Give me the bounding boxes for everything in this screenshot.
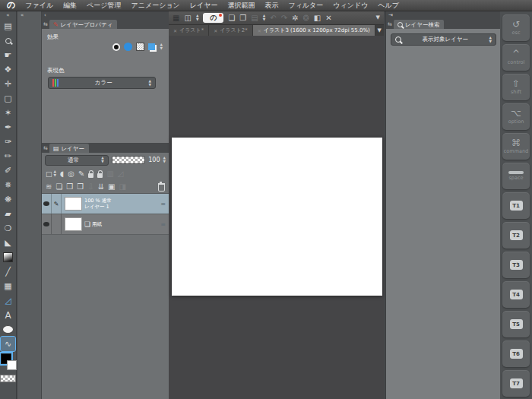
key-t4[interactable]: T4 <box>502 281 530 308</box>
tab-layer-search[interactable]: レイヤー検索 <box>394 20 445 29</box>
decoration-tool-icon[interactable]: ❋ <box>1 192 15 207</box>
layer-search-filter-select[interactable]: 表示対象レイヤー ▲▼ <box>391 33 496 46</box>
tab-layer-property[interactable]: ✎ レイヤープロパティ <box>49 20 118 29</box>
blend-mode-stepper-icon[interactable]: ▲▼ <box>101 157 103 163</box>
key-t6[interactable]: T6 <box>502 340 530 367</box>
background-color-swatch[interactable] <box>7 360 17 370</box>
lock-layer-icon[interactable] <box>88 170 93 178</box>
close-tab-icon[interactable]: ✕ <box>214 28 217 33</box>
blend-mode-select[interactable]: 通常 ▲▼ <box>45 155 109 166</box>
key-space[interactable]: space <box>502 163 530 189</box>
opacity-slider[interactable] <box>112 156 146 164</box>
tab-list-icon[interactable]: ▼ <box>375 27 384 33</box>
menu-item-9[interactable]: ヘルプ <box>378 1 399 11</box>
menu-item-0[interactable]: ファイル <box>25 1 53 11</box>
new-raster-layer-icon[interactable]: ❏ <box>55 183 62 191</box>
ruler-tool-icon[interactable]: ◿ <box>1 293 15 308</box>
opacity-stepper-icon[interactable]: ▲▼ <box>163 157 166 163</box>
zoom-tool-icon[interactable] <box>1 33 15 48</box>
key-t2[interactable]: T2 <box>502 222 530 249</box>
close-tab-icon[interactable]: ✕ <box>173 28 177 33</box>
key-esc[interactable]: ↺esc <box>502 14 530 41</box>
reference-layer-icon[interactable]: ◎ <box>68 170 74 178</box>
frame-tool-icon[interactable]: ▦ <box>1 279 15 293</box>
border-effect-icon[interactable] <box>112 43 120 51</box>
palette-grid-icon[interactable]: ▦ <box>173 14 179 22</box>
hand-tool-icon[interactable]: ☛ <box>1 48 15 62</box>
expression-color-stepper-icon[interactable]: ▲▼ <box>149 80 151 87</box>
clip-studio-button[interactable]: の <box>203 13 223 23</box>
brush-tool-icon[interactable]: ✐ <box>1 163 15 178</box>
operation-tool-icon[interactable]: ❖ <box>1 62 15 77</box>
menu-item-4[interactable]: レイヤー <box>190 1 218 11</box>
document-tab-1[interactable]: ✕イラスト* <box>169 25 209 36</box>
pencil-tool-icon[interactable]: ✏ <box>1 149 15 163</box>
menu-item-5[interactable]: 選択範囲 <box>227 1 255 11</box>
fill-tool-icon[interactable]: ◣ <box>1 236 15 250</box>
clip-to-layer-below-icon[interactable]: ◖ <box>60 170 64 178</box>
thumbnail-size-stepper-icon[interactable]: ▲▼ <box>54 170 56 177</box>
canvas[interactable] <box>172 138 382 296</box>
menu-item-1[interactable]: 編集 <box>63 1 77 11</box>
collapse-subtool-icon[interactable]: « <box>21 12 24 19</box>
expression-color-select[interactable]: カラー ▲▼ <box>48 77 156 89</box>
line-correction-tool-icon[interactable]: ∿ <box>1 337 15 351</box>
lock-transparent-pixels-icon[interactable] <box>97 170 103 178</box>
collapse-right-panel-icon[interactable]: ⇥ <box>388 12 393 18</box>
close-tab-icon[interactable]: ✕ <box>258 28 261 33</box>
balloon-tool-icon[interactable] <box>1 322 15 337</box>
menu-item-8[interactable]: ウィンドウ <box>333 1 368 11</box>
create-layer-mask-icon[interactable]: ▣ <box>108 183 115 191</box>
deselect-icon[interactable]: ✕ <box>325 14 331 22</box>
menu-item-2[interactable]: ページ管理 <box>87 1 121 11</box>
auto-select-tool-icon[interactable]: ✶ <box>1 106 15 120</box>
delete-layer-icon[interactable] <box>158 182 165 192</box>
tone-effect-icon[interactable] <box>136 43 144 51</box>
key-option[interactable]: ⌥option <box>502 103 530 130</box>
panel-toggle-tool-icon[interactable]: ▤ <box>1 19 15 33</box>
marquee-tool-icon[interactable]: ▢ <box>1 91 15 106</box>
change-layer-color-icon[interactable]: ≋ <box>46 183 52 191</box>
transparent-color-swatch[interactable] <box>0 375 16 382</box>
key-t3[interactable]: T3 <box>502 252 530 278</box>
new-layer-folder-icon[interactable]: ❒ <box>77 183 84 191</box>
eye-icon[interactable] <box>43 201 49 206</box>
save-stepper-icon[interactable]: ▲▼ <box>263 14 265 21</box>
text-tool-icon[interactable]: A <box>1 308 15 322</box>
collapse-toolbar-icon[interactable]: « <box>6 12 9 19</box>
menu-item-6[interactable]: 表示 <box>264 1 278 11</box>
key-command[interactable]: ⌘command <box>502 133 530 160</box>
layer-row[interactable]: ❏用紙≡ <box>42 214 169 235</box>
figure-tool-icon[interactable]: ╱ <box>1 264 15 279</box>
layer-visibility-cell[interactable] <box>42 194 52 214</box>
workspace-stepper-icon[interactable]: ▲▼ <box>196 14 198 21</box>
new-file-icon[interactable]: ❏ <box>228 14 235 22</box>
key-shift[interactable]: ⇧shift <box>502 74 530 100</box>
panel-swap-icon[interactable]: ⇆ <box>43 20 48 29</box>
merge-down-icon[interactable]: ⇊ <box>98 183 104 191</box>
layer-color-effect-icon[interactable] <box>148 43 155 50</box>
key-control[interactable]: ^control <box>502 44 530 71</box>
menu-item-3[interactable]: アニメーション <box>131 1 180 11</box>
new-vector-layer-icon[interactable]: ❐ <box>66 183 73 191</box>
key-t5[interactable]: T5 <box>502 311 530 337</box>
clip-studio-logo-icon[interactable]: の <box>7 1 15 9</box>
layer-row[interactable]: ✎100 % 通常レイヤー 1≡ <box>42 194 169 214</box>
document-tab-2[interactable]: ✕イラスト2* <box>209 25 253 36</box>
move-layer-tool-icon[interactable]: ✛ <box>1 77 15 91</box>
key-t1[interactable]: T1 <box>502 192 530 219</box>
panel-swap-icon[interactable]: ⇆ <box>43 144 48 153</box>
eyedropper-tool-icon[interactable]: ✒ <box>1 120 15 135</box>
airbrush-tool-icon[interactable]: ✵ <box>1 178 15 192</box>
layer-row-menu-icon[interactable]: ≡ <box>160 221 166 228</box>
pen-tool-icon[interactable]: ✑ <box>1 135 15 149</box>
thumbnail-size-icon[interactable]: □▲▼ <box>46 170 56 178</box>
color-effect-icon[interactable] <box>124 43 132 51</box>
layer-search-stepper-icon[interactable]: ▲▼ <box>489 36 492 43</box>
menu-item-7[interactable]: フィルター <box>288 1 323 11</box>
workspace-switch-icon[interactable]: ◫ <box>184 14 191 22</box>
draft-layer-icon[interactable]: ✎ <box>78 170 84 178</box>
clear-icon[interactable]: ◧ <box>314 14 321 22</box>
panel-swap-icon[interactable]: ⇆ <box>388 20 392 29</box>
blend-tool-icon[interactable]: ❍ <box>1 221 15 236</box>
